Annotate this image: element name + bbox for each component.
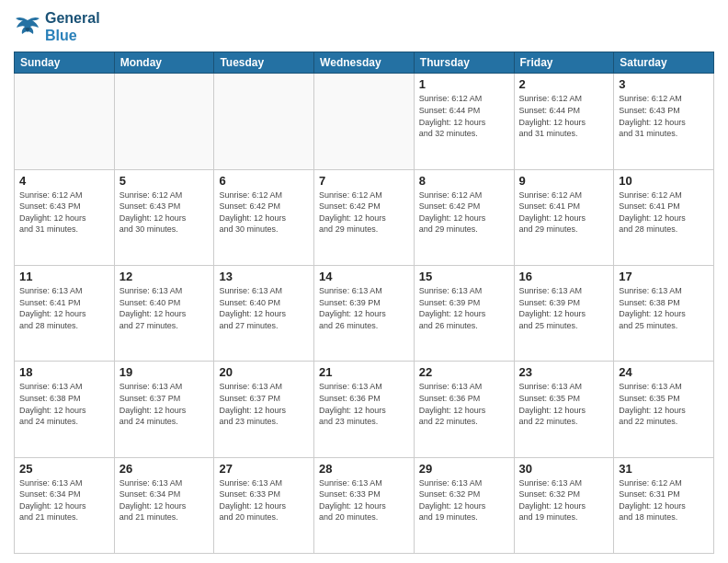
day-info: Sunrise: 6:13 AM Sunset: 6:33 PM Dayligh…: [319, 477, 409, 523]
day-number: 30: [519, 462, 609, 476]
day-info: Sunrise: 6:13 AM Sunset: 6:35 PM Dayligh…: [519, 381, 609, 427]
calendar-cell: 14Sunrise: 6:13 AM Sunset: 6:39 PM Dayli…: [314, 266, 415, 362]
day-info: Sunrise: 6:13 AM Sunset: 6:39 PM Dayligh…: [419, 285, 509, 331]
calendar-cell: 7Sunrise: 6:12 AM Sunset: 6:42 PM Daylig…: [314, 169, 415, 265]
calendar-cell: 31Sunrise: 6:12 AM Sunset: 6:31 PM Dayli…: [614, 457, 714, 553]
day-info: Sunrise: 6:12 AM Sunset: 6:31 PM Dayligh…: [619, 477, 709, 523]
day-info: Sunrise: 6:13 AM Sunset: 6:38 PM Dayligh…: [619, 285, 709, 331]
weekday-header-row: SundayMondayTuesdayWednesdayThursdayFrid…: [15, 52, 714, 74]
week-row-3: 11Sunrise: 6:13 AM Sunset: 6:41 PM Dayli…: [15, 266, 714, 362]
day-number: 12: [119, 270, 210, 283]
calendar-table: SundayMondayTuesdayWednesdayThursdayFrid…: [14, 52, 714, 554]
week-row-5: 25Sunrise: 6:13 AM Sunset: 6:34 PM Dayli…: [15, 457, 714, 553]
day-info: Sunrise: 6:13 AM Sunset: 6:40 PM Dayligh…: [119, 285, 210, 331]
calendar-cell: 27Sunrise: 6:13 AM Sunset: 6:33 PM Dayli…: [214, 457, 314, 553]
calendar-cell: 29Sunrise: 6:13 AM Sunset: 6:32 PM Dayli…: [414, 457, 514, 553]
day-info: Sunrise: 6:12 AM Sunset: 6:41 PM Dayligh…: [619, 190, 709, 236]
calendar-cell: 20Sunrise: 6:13 AM Sunset: 6:37 PM Dayli…: [214, 362, 314, 457]
calendar-cell: 23Sunrise: 6:13 AM Sunset: 6:35 PM Dayli…: [514, 362, 614, 457]
day-info: Sunrise: 6:13 AM Sunset: 6:38 PM Dayligh…: [19, 381, 109, 427]
day-number: 29: [419, 462, 509, 476]
calendar-cell: 11Sunrise: 6:13 AM Sunset: 6:41 PM Dayli…: [15, 266, 115, 362]
day-number: 22: [419, 365, 509, 379]
calendar-cell: 3Sunrise: 6:12 AM Sunset: 6:43 PM Daylig…: [614, 74, 714, 169]
logo-bird-icon: [14, 16, 41, 39]
weekday-header-friday: Friday: [514, 52, 614, 74]
day-info: Sunrise: 6:13 AM Sunset: 6:36 PM Dayligh…: [319, 381, 409, 427]
day-number: 18: [19, 365, 109, 379]
day-info: Sunrise: 6:13 AM Sunset: 6:34 PM Dayligh…: [119, 477, 210, 523]
calendar-cell: 13Sunrise: 6:13 AM Sunset: 6:40 PM Dayli…: [214, 266, 314, 362]
day-number: 1: [419, 77, 509, 91]
weekday-header-sunday: Sunday: [15, 52, 115, 74]
weekday-header-tuesday: Tuesday: [214, 52, 314, 74]
day-number: 17: [619, 270, 709, 283]
day-number: 13: [219, 270, 309, 283]
day-number: 10: [619, 174, 709, 188]
day-number: 5: [119, 174, 210, 188]
day-number: 19: [119, 365, 210, 379]
day-number: 31: [619, 462, 709, 476]
calendar-cell: 12Sunrise: 6:13 AM Sunset: 6:40 PM Dayli…: [114, 266, 214, 362]
day-info: Sunrise: 6:12 AM Sunset: 6:44 PM Dayligh…: [519, 93, 609, 139]
day-info: Sunrise: 6:12 AM Sunset: 6:42 PM Dayligh…: [319, 190, 409, 236]
day-info: Sunrise: 6:12 AM Sunset: 6:43 PM Dayligh…: [619, 93, 709, 139]
day-info: Sunrise: 6:13 AM Sunset: 6:39 PM Dayligh…: [519, 285, 609, 331]
day-info: Sunrise: 6:13 AM Sunset: 6:39 PM Dayligh…: [319, 285, 409, 331]
weekday-header-wednesday: Wednesday: [314, 52, 415, 74]
calendar-cell: [314, 74, 415, 169]
day-number: 15: [419, 270, 509, 283]
calendar-cell: [15, 74, 115, 169]
page: General Blue SundayMondayTuesdayWednesda…: [0, 0, 728, 563]
day-number: 2: [519, 77, 609, 91]
logo: General Blue: [14, 9, 100, 44]
day-number: 24: [619, 365, 709, 379]
week-row-2: 4Sunrise: 6:12 AM Sunset: 6:43 PM Daylig…: [15, 169, 714, 265]
calendar-cell: 1Sunrise: 6:12 AM Sunset: 6:44 PM Daylig…: [414, 74, 514, 169]
day-info: Sunrise: 6:13 AM Sunset: 6:37 PM Dayligh…: [119, 381, 210, 427]
header: General Blue: [14, 9, 714, 44]
day-info: Sunrise: 6:13 AM Sunset: 6:37 PM Dayligh…: [219, 381, 309, 427]
calendar-cell: 18Sunrise: 6:13 AM Sunset: 6:38 PM Dayli…: [15, 362, 115, 457]
day-info: Sunrise: 6:13 AM Sunset: 6:32 PM Dayligh…: [519, 477, 609, 523]
calendar-cell: 26Sunrise: 6:13 AM Sunset: 6:34 PM Dayli…: [114, 457, 214, 553]
day-number: 25: [19, 462, 109, 476]
day-number: 3: [619, 77, 709, 91]
day-number: 20: [219, 365, 309, 379]
day-number: 21: [319, 365, 409, 379]
logo-text: General Blue: [45, 9, 100, 44]
calendar-cell: 8Sunrise: 6:12 AM Sunset: 6:42 PM Daylig…: [414, 169, 514, 265]
day-info: Sunrise: 6:12 AM Sunset: 6:44 PM Dayligh…: [419, 93, 509, 139]
calendar-cell: 24Sunrise: 6:13 AM Sunset: 6:35 PM Dayli…: [614, 362, 714, 457]
calendar-cell: 28Sunrise: 6:13 AM Sunset: 6:33 PM Dayli…: [314, 457, 415, 553]
calendar-cell: 17Sunrise: 6:13 AM Sunset: 6:38 PM Dayli…: [614, 266, 714, 362]
weekday-header-monday: Monday: [114, 52, 214, 74]
day-number: 23: [519, 365, 609, 379]
day-number: 14: [319, 270, 409, 283]
calendar-cell: 21Sunrise: 6:13 AM Sunset: 6:36 PM Dayli…: [314, 362, 415, 457]
day-number: 8: [419, 174, 509, 188]
day-number: 27: [219, 462, 309, 476]
calendar-cell: [114, 74, 214, 169]
calendar-cell: 10Sunrise: 6:12 AM Sunset: 6:41 PM Dayli…: [614, 169, 714, 265]
day-number: 7: [319, 174, 409, 188]
day-number: 6: [219, 174, 309, 188]
calendar-cell: 25Sunrise: 6:13 AM Sunset: 6:34 PM Dayli…: [15, 457, 115, 553]
day-info: Sunrise: 6:13 AM Sunset: 6:36 PM Dayligh…: [419, 381, 509, 427]
day-info: Sunrise: 6:13 AM Sunset: 6:33 PM Dayligh…: [219, 477, 309, 523]
day-info: Sunrise: 6:12 AM Sunset: 6:41 PM Dayligh…: [519, 190, 609, 236]
day-info: Sunrise: 6:13 AM Sunset: 6:40 PM Dayligh…: [219, 285, 309, 331]
day-number: 28: [319, 462, 409, 476]
week-row-1: 1Sunrise: 6:12 AM Sunset: 6:44 PM Daylig…: [15, 74, 714, 169]
day-number: 26: [119, 462, 210, 476]
day-number: 16: [519, 270, 609, 283]
day-info: Sunrise: 6:12 AM Sunset: 6:43 PM Dayligh…: [119, 190, 210, 236]
day-info: Sunrise: 6:12 AM Sunset: 6:43 PM Dayligh…: [19, 190, 109, 236]
calendar-cell: 22Sunrise: 6:13 AM Sunset: 6:36 PM Dayli…: [414, 362, 514, 457]
day-info: Sunrise: 6:12 AM Sunset: 6:42 PM Dayligh…: [419, 190, 509, 236]
calendar-cell: 9Sunrise: 6:12 AM Sunset: 6:41 PM Daylig…: [514, 169, 614, 265]
day-info: Sunrise: 6:13 AM Sunset: 6:35 PM Dayligh…: [619, 381, 709, 427]
calendar-cell: 4Sunrise: 6:12 AM Sunset: 6:43 PM Daylig…: [15, 169, 115, 265]
day-info: Sunrise: 6:13 AM Sunset: 6:34 PM Dayligh…: [19, 477, 109, 523]
calendar-cell: 2Sunrise: 6:12 AM Sunset: 6:44 PM Daylig…: [514, 74, 614, 169]
